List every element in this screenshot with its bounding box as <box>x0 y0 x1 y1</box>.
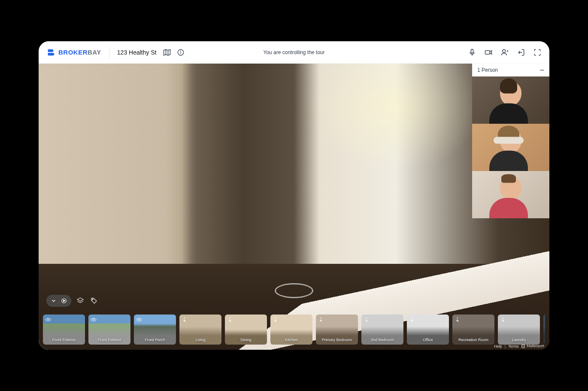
microphone-icon[interactable] <box>468 48 476 57</box>
thumbnail-label: Front Porch <box>134 338 176 342</box>
map-icon[interactable] <box>163 48 171 57</box>
walk-icon <box>272 316 279 323</box>
360-badge-icon: 360 <box>45 316 52 323</box>
chevron-down-icon[interactable] <box>49 296 58 305</box>
participants-header: 1 Person − <box>472 64 549 76</box>
avatar <box>498 82 524 114</box>
svg-point-27 <box>321 318 321 318</box>
participant-tile-1[interactable] <box>472 76 549 124</box>
walk-icon <box>409 316 415 323</box>
minimize-icon[interactable]: − <box>540 66 544 74</box>
header: BROKERBAY 123 Healthy St You are control… <box>39 41 549 64</box>
360-badge-icon: 360 <box>136 316 142 323</box>
provider-link[interactable]: Matterport <box>521 344 544 348</box>
svg-marker-16 <box>77 298 83 301</box>
walk-icon <box>227 316 233 323</box>
matterport-icon <box>521 344 525 348</box>
svg-point-17 <box>92 299 93 300</box>
brand-part1: BROKER <box>58 49 88 56</box>
brand-logo[interactable]: BROKERBAY <box>46 48 101 57</box>
thumbnail-2nd-bedroom[interactable]: 2nd Bedroom <box>361 315 403 345</box>
tag-icon[interactable] <box>89 296 99 305</box>
terms-link[interactable]: Terms <box>508 344 519 348</box>
thumbnail-label: Front Exterior <box>88 338 130 342</box>
svg-text:360: 360 <box>138 318 141 321</box>
avatar <box>498 129 524 161</box>
thumbnail-more[interactable] <box>543 315 545 345</box>
view-mode-pill <box>46 295 71 307</box>
app-window: BROKERBAY 123 Healthy St You are control… <box>39 41 549 350</box>
tour-status-text: You are controlling the tour <box>264 49 325 55</box>
svg-point-5 <box>180 51 181 51</box>
add-person-icon[interactable] <box>500 48 509 57</box>
help-link[interactable]: Help <box>494 344 502 348</box>
play-icon[interactable] <box>59 296 69 305</box>
thumbnail-label: Laundry <box>498 338 540 342</box>
svg-marker-15 <box>64 300 65 302</box>
thumbnail-recreation-room[interactable]: Recreation Room <box>452 315 494 345</box>
svg-rect-8 <box>485 50 490 54</box>
viewer-controls <box>46 295 99 307</box>
layers-icon[interactable] <box>76 296 85 305</box>
walk-icon <box>181 316 188 323</box>
thumbnail-label: Living <box>179 338 221 342</box>
participant-tile-2[interactable] <box>472 124 549 171</box>
thumbnail-label: Office <box>407 338 449 342</box>
provider-label: Matterport <box>527 344 544 348</box>
property-address: 123 Healthy St <box>117 49 157 56</box>
svg-rect-6 <box>471 49 473 53</box>
360-badge-icon: 360 <box>90 316 97 323</box>
svg-point-26 <box>275 318 276 318</box>
walk-icon <box>454 316 461 323</box>
svg-point-31 <box>503 318 503 318</box>
thumbnail-label: Front Exterior <box>43 338 85 342</box>
thumbnail-laundry[interactable]: Laundry <box>498 315 540 345</box>
thumbnail-primary-bedroom[interactable]: Primary Bedroom <box>316 315 358 345</box>
header-divider <box>109 46 109 58</box>
walk-icon <box>363 316 370 323</box>
svg-point-28 <box>366 318 367 318</box>
exit-icon[interactable] <box>517 48 525 57</box>
brand-part2: BAY <box>88 49 101 56</box>
thumbnail-dining[interactable]: Dining <box>225 315 267 345</box>
thumbnail-kitchen[interactable]: Kitchen <box>270 315 312 345</box>
thumbnail-label: Recreation Room <box>452 338 494 342</box>
info-icon[interactable] <box>176 48 185 57</box>
participants-count: 1 Person <box>477 67 498 73</box>
thumbnail-living[interactable]: Living <box>179 315 221 345</box>
thumbnail-front-exterior-2[interactable]: 360 Front Exterior <box>88 315 130 345</box>
svg-marker-0 <box>164 49 170 55</box>
thumbnail-office[interactable]: Office <box>407 315 449 345</box>
thumbnail-label: Kitchen <box>270 338 312 342</box>
thumbnail-strip[interactable]: 360 Front Exterior 360 Front Exterior 36… <box>43 315 545 345</box>
svg-point-29 <box>412 318 412 318</box>
svg-text:360: 360 <box>47 318 50 321</box>
brand-text: BROKERBAY <box>58 49 101 56</box>
navigation-ring[interactable] <box>275 283 313 298</box>
header-controls <box>468 48 542 57</box>
svg-point-10 <box>503 49 506 52</box>
svg-text:360: 360 <box>92 318 95 321</box>
walk-icon <box>500 316 506 323</box>
avatar <box>498 176 524 208</box>
thumbnail-front-porch[interactable]: 360 Front Porch <box>134 315 176 345</box>
fullscreen-icon[interactable] <box>533 48 542 57</box>
participants-panel: 1 Person − <box>472 64 549 218</box>
camera-icon[interactable] <box>484 48 493 57</box>
thumbnail-front-exterior-1[interactable]: 360 Front Exterior <box>43 315 85 345</box>
thumbnail-label: Primary Bedroom <box>316 338 358 342</box>
thumbnail-label: Dining <box>225 338 267 342</box>
svg-point-24 <box>184 318 185 318</box>
svg-point-25 <box>230 318 230 318</box>
footer-links: Help | Terms Matterport <box>494 344 544 348</box>
walk-icon <box>318 316 324 323</box>
thumbnail-label: 2nd Bedroom <box>361 338 403 342</box>
participant-tile-3[interactable] <box>472 171 549 218</box>
footer-separator: | <box>505 344 506 348</box>
svg-point-30 <box>457 318 458 318</box>
brokerbay-logo-icon <box>46 48 56 57</box>
